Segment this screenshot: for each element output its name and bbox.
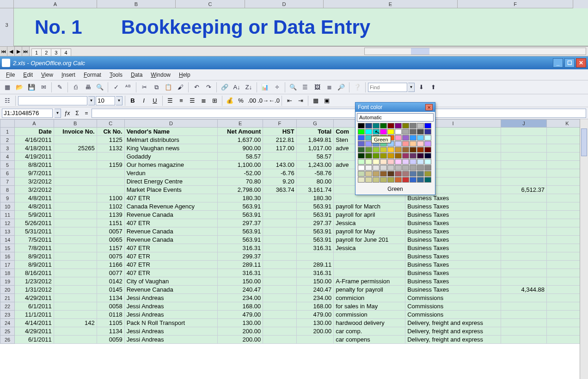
color-swatch[interactable] bbox=[380, 171, 387, 177]
cell[interactable] bbox=[54, 194, 97, 202]
cell[interactable]: 9/7/2011 bbox=[15, 169, 54, 177]
color-swatch[interactable] bbox=[417, 171, 424, 177]
cell[interactable]: 8/9/2011 bbox=[15, 252, 54, 261]
print-preview-button[interactable]: 🔍 bbox=[94, 82, 105, 93]
font-name-dropdown[interactable]: ▼ bbox=[88, 96, 95, 105]
new-doc-button[interactable]: ▦ bbox=[2, 82, 13, 93]
row-header[interactable]: 18 bbox=[0, 269, 15, 277]
cell[interactable]: 407 ETR bbox=[124, 269, 218, 277]
cell[interactable] bbox=[501, 169, 546, 177]
data-grid[interactable]: ABCDEFGHIJK 1DateInvoice No.Ck No.Vendor… bbox=[0, 119, 588, 344]
row-header[interactable]: 23 bbox=[0, 311, 15, 319]
color-swatch[interactable] bbox=[402, 147, 409, 153]
print-button[interactable]: 🖶 bbox=[82, 82, 93, 93]
tab-nav-next[interactable]: ▶ bbox=[15, 47, 22, 56]
color-swatch[interactable] bbox=[410, 159, 416, 165]
cell[interactable]: 234.00 bbox=[218, 294, 263, 302]
cell[interactable] bbox=[501, 327, 546, 336]
find-dropdown[interactable]: ▼ bbox=[408, 83, 415, 92]
color-swatch[interactable] bbox=[424, 159, 431, 165]
cell[interactable]: 1100 bbox=[97, 194, 124, 202]
cell[interactable]: 0059 bbox=[97, 336, 124, 344]
cell[interactable] bbox=[501, 261, 546, 269]
save-button[interactable]: 💾 bbox=[26, 82, 37, 93]
cell[interactable] bbox=[54, 311, 97, 319]
color-swatch[interactable] bbox=[380, 147, 387, 153]
align-left-button[interactable]: ☰ bbox=[165, 96, 175, 106]
bg-sheet-tab[interactable]: 3 bbox=[51, 49, 61, 56]
color-swatch[interactable] bbox=[417, 165, 424, 171]
color-swatch[interactable] bbox=[402, 141, 409, 147]
number-format-button[interactable]: .00 bbox=[247, 96, 257, 106]
cell[interactable] bbox=[54, 177, 97, 186]
currency-button[interactable]: 💰 bbox=[225, 96, 235, 106]
menu-format[interactable]: Format bbox=[80, 70, 105, 79]
row-header[interactable]: 17 bbox=[0, 261, 15, 269]
cell[interactable]: Pack N Roll Transport bbox=[124, 319, 218, 327]
cell[interactable]: 8/8/2011 bbox=[15, 161, 54, 169]
cell[interactable] bbox=[334, 269, 405, 277]
close-button[interactable]: ✕ bbox=[576, 58, 586, 67]
column-header-A[interactable]: A bbox=[15, 120, 54, 128]
color-swatch[interactable] bbox=[395, 153, 402, 159]
remove-decimal-button[interactable]: ←.0 bbox=[269, 96, 279, 106]
row-header[interactable]: 25 bbox=[0, 327, 15, 336]
cell[interactable]: 563.91 bbox=[296, 236, 334, 244]
column-header-C[interactable]: C bbox=[97, 120, 124, 128]
tab-nav-prev[interactable]: ◀ bbox=[7, 47, 15, 56]
find-prev-button[interactable]: ⬇ bbox=[416, 82, 427, 93]
cell[interactable] bbox=[296, 336, 334, 344]
color-swatch[interactable] bbox=[380, 153, 387, 159]
cell[interactable] bbox=[501, 294, 546, 302]
cell[interactable]: 11/1/2011 bbox=[15, 311, 54, 319]
cell[interactable] bbox=[263, 227, 296, 236]
cell[interactable]: Verdun bbox=[124, 169, 218, 177]
cell[interactable]: 70.80 bbox=[218, 177, 263, 186]
cell[interactable]: Jessi Andreas bbox=[124, 336, 218, 344]
menu-help[interactable]: Help bbox=[175, 70, 195, 79]
cell[interactable]: 479.00 bbox=[296, 311, 334, 319]
cell[interactable]: 4/29/2011 bbox=[15, 294, 54, 302]
color-swatch[interactable] bbox=[373, 171, 380, 177]
find-next-button[interactable]: ⬆ bbox=[428, 82, 439, 93]
cell[interactable] bbox=[54, 261, 97, 269]
cell[interactable]: 6,512.37 bbox=[501, 186, 546, 194]
align-center-button[interactable]: ≡ bbox=[176, 96, 186, 106]
cell[interactable]: 0142 bbox=[97, 277, 124, 286]
cell[interactable]: 1,100.00 bbox=[218, 161, 263, 169]
select-all-corner[interactable] bbox=[0, 120, 15, 128]
cell[interactable]: 563.91 bbox=[296, 211, 334, 219]
row-header[interactable]: 5 bbox=[0, 161, 15, 169]
row-header[interactable]: 8 bbox=[0, 186, 15, 194]
color-swatch[interactable] bbox=[365, 177, 372, 183]
menu-edit[interactable]: Edit bbox=[19, 70, 37, 79]
bg-sheet-tab[interactable]: 1 bbox=[31, 49, 42, 56]
cell[interactable]: 1,849.81 bbox=[296, 136, 334, 144]
cell[interactable] bbox=[501, 202, 546, 211]
row-header[interactable]: 2 bbox=[0, 136, 15, 144]
color-swatch[interactable] bbox=[358, 129, 365, 134]
row-header[interactable]: 12 bbox=[0, 219, 15, 227]
row-header[interactable]: 15 bbox=[0, 244, 15, 252]
cell[interactable]: Business Taxes bbox=[405, 236, 501, 244]
cell[interactable]: Business Taxes bbox=[405, 202, 501, 211]
bg-horizontal-scrollbar[interactable] bbox=[364, 48, 586, 55]
color-swatch[interactable] bbox=[424, 165, 431, 171]
zoom-button[interactable]: 🔎 bbox=[336, 82, 347, 93]
cell[interactable] bbox=[54, 219, 97, 227]
cell[interactable]: 407 ETR bbox=[124, 261, 218, 269]
cell[interactable]: 3/2/2012 bbox=[15, 177, 54, 186]
cell[interactable]: Commissions bbox=[405, 294, 501, 302]
color-swatch[interactable] bbox=[358, 177, 365, 183]
cell[interactable]: City of Vaughan bbox=[124, 277, 218, 286]
cell[interactable]: 1,243.00 bbox=[296, 161, 334, 169]
cell[interactable]: 4,344.88 bbox=[501, 286, 546, 294]
cell[interactable] bbox=[54, 327, 97, 336]
cell[interactable] bbox=[54, 202, 97, 211]
cell[interactable] bbox=[54, 169, 97, 177]
cell[interactable] bbox=[501, 269, 546, 277]
cell[interactable]: 200.00 bbox=[296, 327, 334, 336]
cell[interactable] bbox=[54, 236, 97, 244]
color-swatch[interactable] bbox=[417, 129, 424, 134]
color-swatch[interactable] bbox=[395, 177, 402, 183]
